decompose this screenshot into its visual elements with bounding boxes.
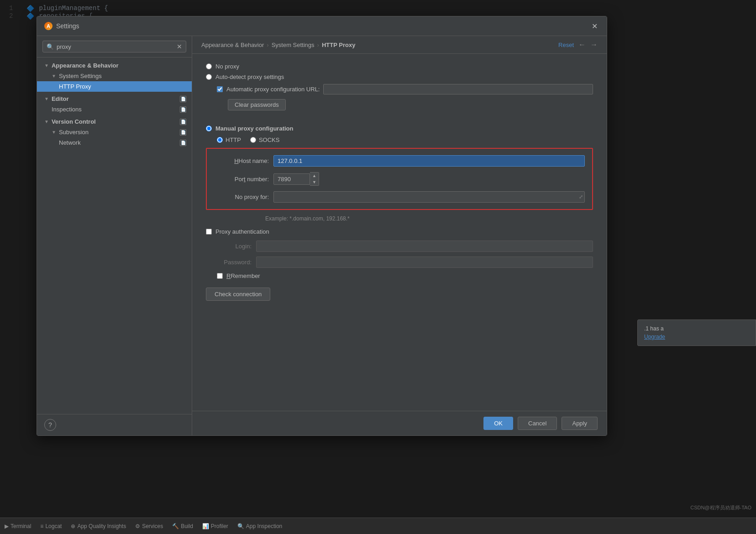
app-inspection-icon: 🔍 — [237, 523, 244, 529]
sidebar: 🔍 ✕ ▼ Appearance & Behavior ▼ System Set… — [37, 36, 192, 435]
auto-url-input[interactable] — [323, 84, 593, 94]
login-row: Login: — [206, 241, 593, 252]
sidebar-item-label: System Settings — [59, 73, 102, 79]
sidebar-item-label: Subversion — [59, 129, 89, 136]
notification-panel: .1 has a Upgrade — [637, 319, 756, 346]
auto-detect-radio[interactable] — [206, 74, 212, 80]
auto-url-checkbox[interactable] — [217, 86, 223, 92]
no-proxy-row: No proxy — [206, 63, 593, 70]
proxy-auth-label[interactable]: Proxy authentication — [215, 228, 269, 235]
forward-button[interactable]: → — [590, 41, 598, 49]
cancel-button[interactable]: Cancel — [518, 417, 557, 430]
sidebar-item-inspections[interactable]: Inspections 📄 — [37, 104, 192, 115]
dialog-body: 🔍 ✕ ▼ Appearance & Behavior ▼ System Set… — [37, 36, 607, 435]
remember-checkbox[interactable] — [217, 273, 223, 279]
ok-button[interactable]: OK — [483, 417, 513, 430]
expand-arrow: ▼ — [44, 63, 49, 68]
reset-button[interactable]: Reset — [558, 42, 574, 48]
panel-nav: Reset ← → — [558, 41, 598, 49]
back-button[interactable]: ← — [578, 41, 586, 49]
taskbar-item-terminal[interactable]: ▶ Terminal — [5, 523, 31, 529]
page-icon: 📄 — [180, 119, 186, 125]
password-input[interactable] — [256, 257, 593, 268]
port-decrement-button[interactable]: ▼ — [310, 179, 319, 185]
logcat-icon: ≡ — [40, 523, 43, 529]
sidebar-item-system-settings[interactable]: ▼ System Settings — [37, 71, 192, 81]
proxy-fields-box: HHost name: Port number: ▲ — [206, 148, 593, 210]
expand-arrow: ▼ — [44, 96, 49, 101]
sidebar-item-label: Editor — [52, 95, 69, 102]
page-icon: 📄 — [180, 96, 186, 102]
example-text: Example: *.domain.com, 192.168.* — [206, 215, 593, 222]
sidebar-item-version-control[interactable]: ▼ Version Control 📄 — [37, 116, 192, 127]
expand-arrow: ▼ — [52, 130, 56, 135]
sidebar-item-appearance-behavior[interactable]: ▼ Appearance & Behavior — [37, 60, 192, 71]
taskbar-item-profiler[interactable]: 📊 Profiler — [202, 523, 228, 529]
check-connection-button[interactable]: Check connection — [206, 288, 270, 301]
taskbar-item-services[interactable]: ⚙ Services — [135, 523, 163, 529]
host-name-input[interactable] — [273, 155, 585, 167]
proxy-auth-checkbox[interactable] — [206, 229, 212, 235]
sidebar-item-subversion[interactable]: ▼ Subversion 📄 — [37, 127, 192, 137]
login-input[interactable] — [256, 241, 593, 252]
dialog-titlebar: A Settings ✕ — [37, 16, 607, 36]
help-button[interactable]: ? — [44, 419, 56, 431]
sidebar-item-label: Inspections — [52, 106, 82, 113]
remember-row: RRemember — [206, 272, 593, 279]
close-button[interactable]: ✕ — [589, 21, 599, 31]
search-clear-button[interactable]: ✕ — [177, 43, 182, 50]
no-proxy-for-input[interactable] — [273, 191, 585, 203]
manual-proxy-radio[interactable] — [206, 126, 212, 131]
search-input-wrap: 🔍 ✕ — [42, 41, 186, 52]
search-icon: 🔍 — [47, 43, 54, 50]
app-quality-icon: ⊕ — [71, 523, 75, 529]
http-radio[interactable] — [217, 137, 223, 143]
http-type-wrap: HTTP — [217, 136, 241, 143]
no-proxy-label[interactable]: No proxy — [215, 63, 239, 70]
taskbar-item-app-inspection[interactable]: 🔍 App Inspection — [237, 523, 282, 529]
dialog-title-left: A Settings — [44, 22, 79, 30]
taskbar-item-logcat[interactable]: ≡ Logcat — [40, 523, 62, 529]
expand-icon: ⤢ — [579, 194, 583, 200]
sidebar-item-network[interactable]: Network 📄 — [37, 137, 192, 148]
auto-proxy-url-row: Automatic proxy configuration URL: — [206, 84, 593, 94]
apply-button[interactable]: Apply — [562, 417, 598, 430]
sidebar-item-http-proxy[interactable]: HTTP Proxy — [37, 81, 192, 92]
search-bar: 🔍 ✕ — [37, 36, 192, 58]
sidebar-item-label: Version Control — [52, 118, 96, 125]
host-name-row: HHost name: — [214, 155, 585, 167]
build-icon: 🔨 — [172, 523, 179, 529]
auto-detect-label[interactable]: Auto-detect proxy settings — [215, 73, 284, 80]
taskbar-item-build[interactable]: 🔨 Build — [172, 523, 193, 529]
taskbar: ▶ Terminal ≡ Logcat ⊕ App Quality Insigh… — [0, 518, 756, 534]
breadcrumb-sep2: › — [317, 42, 319, 48]
manual-proxy-label[interactable]: Manual proxy configuration — [215, 125, 293, 132]
expand-arrow: ▼ — [44, 119, 49, 124]
sidebar-item-label: HTTP Proxy — [59, 83, 91, 90]
auto-url-label[interactable]: Automatic proxy configuration URL: — [226, 86, 320, 93]
socks-label: SOCKS — [259, 136, 280, 143]
main-panel: Appearance & Behavior › System Settings … — [192, 36, 607, 435]
sidebar-item-editor[interactable]: ▼ Editor 📄 — [37, 94, 192, 104]
socks-radio[interactable] — [250, 137, 256, 143]
socks-type-wrap: SOCKS — [250, 136, 280, 143]
no-proxy-for-wrap: ⤢ — [273, 191, 585, 203]
remember-label[interactable]: RRemember — [226, 272, 260, 279]
breadcrumb-part1: Appearance & Behavior — [201, 42, 264, 48]
services-icon: ⚙ — [135, 523, 140, 529]
panel-header: Appearance & Behavior › System Settings … — [192, 36, 607, 54]
upgrade-link[interactable]: Upgrade — [644, 334, 665, 340]
manual-proxy-row: Manual proxy configuration — [206, 125, 593, 132]
port-increment-button[interactable]: ▲ — [310, 173, 319, 179]
no-proxy-radio[interactable] — [206, 63, 212, 69]
taskbar-item-app-quality[interactable]: ⊕ App Quality Insights — [71, 523, 126, 529]
page-icon: 📄 — [180, 140, 186, 146]
settings-dialog: A Settings ✕ 🔍 ✕ ▼ Appearance & Behavior — [37, 16, 607, 436]
profiler-icon: 📊 — [202, 523, 209, 529]
clear-passwords-button[interactable]: Clear passwords — [228, 99, 286, 110]
breadcrumb-sep1: › — [267, 42, 268, 48]
proxy-auth-row: Proxy authentication — [206, 228, 593, 235]
port-wrap: ▲ ▼ — [273, 172, 319, 186]
port-number-input[interactable] — [273, 173, 310, 185]
search-input[interactable] — [57, 43, 174, 50]
